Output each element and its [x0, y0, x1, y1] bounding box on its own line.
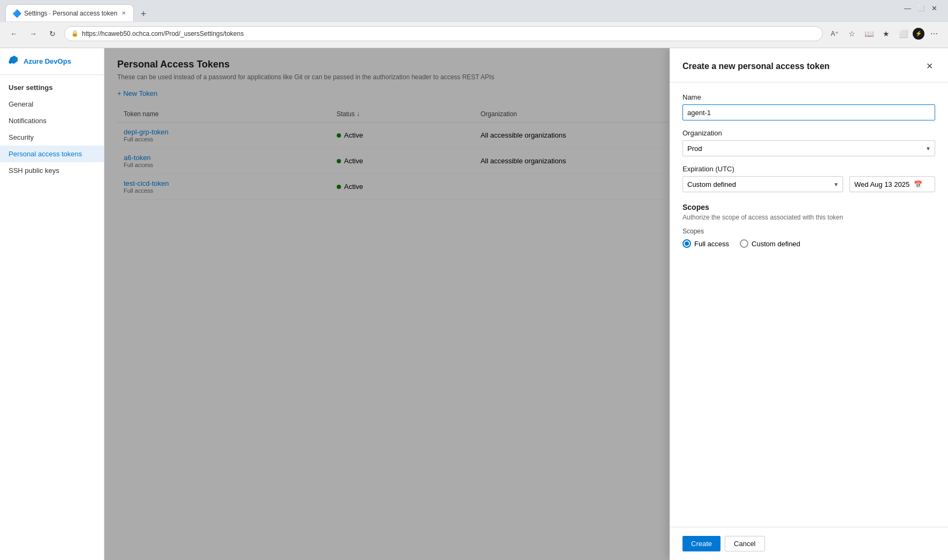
cancel-button[interactable]: Cancel [725, 536, 764, 551]
new-tab-button[interactable]: + [136, 6, 151, 21]
full-access-label: Full access [694, 240, 729, 248]
modal-footer: Create Cancel [670, 527, 948, 560]
sidebar-item-ssh-public-keys[interactable]: SSH public keys [0, 162, 104, 179]
full-access-radio[interactable]: Full access [682, 239, 729, 248]
date-input[interactable]: Wed Aug 13 2025 📅 [850, 176, 935, 192]
modal-header: Create a new personal access token ✕ [670, 48, 948, 82]
name-label: Name [682, 93, 935, 101]
refresh-button[interactable]: ↻ [45, 26, 60, 41]
full-access-radio-circle [682, 239, 691, 248]
favorites-star-icon[interactable]: ☆ [844, 26, 859, 41]
expiry-row: 30 days 60 days 90 days Custom defined ▼… [682, 176, 935, 192]
address-bar[interactable]: 🔒 https://hcaweb50.ochca.com/Prod/_users… [64, 26, 823, 41]
more-options-icon[interactable]: ⋯ [927, 26, 942, 41]
custom-defined-radio-circle [740, 239, 748, 248]
forward-button[interactable]: → [26, 26, 41, 41]
org-form-group: Organization Prod All accessible organiz… [682, 129, 935, 156]
url-text: https://hcaweb50.ochca.com/Prod/_usersSe… [82, 30, 244, 37]
scopes-title: Scopes [682, 203, 935, 211]
expiry-form-group: Expiration (UTC) 30 days 60 days 90 days… [682, 165, 935, 192]
org-label: Organization [682, 129, 935, 137]
sidebar-item-notifications[interactable]: Notifications [0, 112, 104, 129]
app-container: Azure DevOps User settings General Notif… [0, 48, 948, 560]
favorites-icon[interactable]: ★ [878, 26, 893, 41]
scopes-radio-group: Full access Custom defined [682, 239, 935, 248]
sidebar-item-personal-access-tokens[interactable]: Personal access tokens [0, 146, 104, 162]
sidebar: Azure DevOps User settings General Notif… [0, 48, 104, 560]
modal-title: Create a new personal access token [682, 62, 830, 71]
nav-icons: A⁺ ☆ 📖 ★ ⬜ ⚡ ⋯ [827, 26, 942, 41]
scopes-subtitle: Authorize the scope of access associated… [682, 214, 935, 221]
sidebar-section-title: User settings [0, 75, 104, 96]
close-btn[interactable]: ✕ [931, 4, 937, 12]
sidebar-header: Azure DevOps [0, 48, 104, 75]
font-size-icon[interactable]: A⁺ [827, 26, 842, 41]
name-form-group: Name [682, 93, 935, 120]
date-value: Wed Aug 13 2025 [854, 180, 909, 188]
expiry-select[interactable]: 30 days 60 days 90 days Custom defined [682, 176, 843, 192]
nav-bar: ← → ↻ 🔒 https://hcaweb50.ochca.com/Prod/… [0, 21, 948, 45]
main-content: Personal Access Tokens These can be used… [104, 48, 948, 560]
maximize-btn[interactable]: ⬜ [917, 5, 925, 12]
scopes-section: Scopes Authorize the scope of access ass… [682, 203, 935, 248]
tab-title: Settings · Personal access token [24, 10, 117, 17]
custom-defined-label: Custom defined [752, 240, 800, 248]
tab-bar: — ⬜ ✕ 🔷 Settings · Personal access token… [0, 0, 948, 21]
back-button[interactable]: ← [6, 26, 21, 41]
modal-body: Name Organization Prod All accessible or… [670, 82, 948, 527]
tab-close-btn[interactable]: ✕ [120, 9, 127, 17]
sidebar-item-general[interactable]: General [0, 96, 104, 112]
browser-chrome: — ⬜ ✕ 🔷 Settings · Personal access token… [0, 0, 948, 48]
collections-icon[interactable]: ⬜ [896, 26, 911, 41]
expiry-select-wrapper: 30 days 60 days 90 days Custom defined ▼ [682, 176, 843, 192]
custom-defined-radio[interactable]: Custom defined [740, 239, 800, 248]
create-token-modal: Create a new personal access token ✕ Nam… [670, 48, 948, 560]
expiry-label: Expiration (UTC) [682, 165, 935, 173]
modal-close-button[interactable]: ✕ [924, 59, 935, 73]
sidebar-item-security[interactable]: Security [0, 129, 104, 146]
scopes-label: Scopes [682, 228, 935, 235]
org-select-wrapper: Prod All accessible organizations ▼ [682, 140, 935, 156]
tab-favicon: 🔷 [12, 9, 21, 18]
minimize-btn[interactable]: — [904, 4, 911, 12]
calendar-icon: 📅 [914, 180, 922, 188]
azure-devops-logo [9, 55, 19, 68]
org-select[interactable]: Prod All accessible organizations [682, 140, 935, 156]
reading-mode-icon[interactable]: 📖 [861, 26, 876, 41]
app-name-label: Azure DevOps [24, 57, 71, 65]
create-button[interactable]: Create [682, 536, 721, 551]
name-input[interactable] [682, 104, 935, 120]
active-tab[interactable]: 🔷 Settings · Personal access token ✕ [5, 4, 134, 21]
extensions-icon[interactable]: ⚡ [913, 28, 924, 40]
